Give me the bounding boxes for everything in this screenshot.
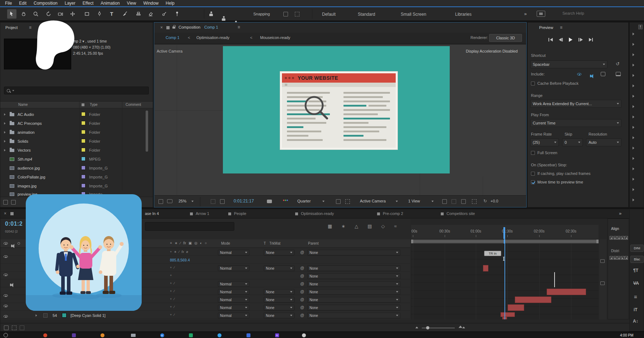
share-screen-icon[interactable]: [616, 72, 621, 76]
taskbar-app-icon[interactable]: [35, 333, 55, 338]
project-row[interactable]: AC Precomps Folder: [0, 119, 153, 127]
track-matte-dropdown[interactable]: None: [264, 313, 294, 318]
parent-dropdown[interactable]: None: [307, 250, 400, 255]
timeline-view-toggles[interactable]: ▦∗ △▤ ◇≈: [328, 224, 397, 229]
pickwhip-icon[interactable]: @: [300, 313, 304, 317]
renderer-button[interactable]: Classic 3D: [489, 34, 522, 42]
parent-dropdown[interactable]: None: [307, 273, 400, 279]
blend-mode-dropdown[interactable]: Normal: [218, 305, 249, 310]
camera-caret-icon[interactable]: [396, 201, 398, 202]
layer-label-chip[interactable]: [43, 313, 48, 318]
workspace-libraries[interactable]: Libraries: [455, 12, 472, 17]
blend-mode-dropdown[interactable]: Normal: [218, 289, 249, 295]
eraser-tool-icon[interactable]: [146, 9, 155, 19]
menu-view[interactable]: View: [123, 1, 140, 6]
label-color-chip[interactable]: [81, 157, 86, 161]
snapshot-icon[interactable]: [158, 199, 163, 204]
resolution-value[interactable]: Quarter: [297, 199, 311, 203]
menu-effect[interactable]: Effect: [79, 1, 97, 6]
caching-checkbox[interactable]: [531, 172, 535, 176]
snap-option-alt-icon[interactable]: [295, 12, 299, 16]
toggle-modes-icon[interactable]: [12, 325, 16, 330]
timeline-clip[interactable]: [508, 304, 524, 311]
label-color-chip[interactable]: [81, 121, 86, 125]
pickwhip-icon[interactable]: @: [300, 289, 304, 294]
character-walk-tool-icon[interactable]: [222, 16, 225, 21]
fast-preview-icon[interactable]: [336, 199, 341, 204]
label-color-chip[interactable]: [81, 148, 86, 152]
workspace-overflow-icon[interactable]: »: [524, 11, 527, 16]
taskbar-app-icon[interactable]: [123, 333, 143, 338]
move-time-checkbox[interactable]: [531, 180, 535, 184]
menu-window[interactable]: Window: [140, 1, 162, 6]
playhead-line[interactable]: [504, 232, 505, 319]
play-from-dropdown[interactable]: Current Time: [530, 119, 621, 127]
preview-panel-menu-icon[interactable]: ≡: [560, 25, 562, 30]
lock-icon[interactable]: [172, 26, 175, 29]
snap-option-icon[interactable]: [283, 12, 288, 16]
workspace-standard[interactable]: Standard: [358, 12, 375, 17]
region-of-interest-icon[interactable]: [211, 199, 215, 204]
reset-exposure-icon[interactable]: ↻: [483, 199, 487, 204]
full-screen-checkbox[interactable]: [531, 151, 535, 155]
panel-alert-icon[interactable]: !: [638, 25, 643, 29]
play-button[interactable]: [569, 38, 572, 42]
preview-tab-label[interactable]: Preview: [539, 25, 553, 30]
timeline-tab-pre-comp-2[interactable]: Pre-comp 2: [383, 211, 403, 216]
layer-name[interactable]: [Deep Cyan Solid 1]: [70, 313, 106, 318]
include-video-icon[interactable]: [577, 73, 581, 75]
pickwhip-icon[interactable]: @: [300, 305, 304, 309]
project-row[interactable]: Vectors Folder: [0, 146, 153, 154]
zoom-in-mountain-icon[interactable]: [459, 325, 462, 328]
blend-mode-dropdown[interactable]: Normal: [218, 297, 249, 303]
timeline-tab-optimisation-ready[interactable]: Optimisation-ready: [301, 211, 334, 216]
taskbar-app-icon[interactable]: [181, 333, 201, 338]
timeline-tab-overflow-icon[interactable]: »: [619, 211, 621, 216]
parent-dropdown[interactable]: None: [307, 313, 400, 318]
composition-panel-menu-icon[interactable]: ≡: [238, 25, 240, 30]
blend-mode-dropdown[interactable]: Normal: [218, 265, 249, 271]
current-timecode[interactable]: 0:01:21:17: [234, 199, 254, 204]
panel-expander-arrows[interactable]: [633, 33, 634, 212]
comp-marker-button[interactable]: [600, 259, 605, 263]
label-color-chip[interactable]: [81, 112, 86, 116]
position-value[interactable]: 885.8,569.4: [170, 258, 190, 262]
collapsed-panel-icon[interactable]: A↕: [633, 319, 638, 324]
work-area-end-handle[interactable]: [596, 240, 599, 243]
timeline-zoom-knob[interactable]: [426, 326, 429, 329]
project-column-comment[interactable]: Comment: [126, 103, 141, 107]
project-search-input[interactable]: [16, 88, 146, 93]
view-camera-value[interactable]: Active Camera: [360, 199, 386, 203]
guides-icon[interactable]: [452, 199, 456, 204]
track-matte-dropdown[interactable]: None: [264, 265, 294, 271]
track-matte-dropdown[interactable]: None: [264, 305, 294, 310]
clone-stamp-tool-icon[interactable]: [134, 9, 143, 19]
last-frame-button[interactable]: [589, 38, 593, 41]
parent-dropdown[interactable]: None: [307, 281, 400, 287]
collapsed-panel-tab[interactable]: DINI: [630, 245, 644, 252]
timeline-tab-competitors-site[interactable]: Competitors site: [447, 211, 475, 216]
hand-tool-icon[interactable]: [19, 9, 28, 19]
reset-shortcut-icon[interactable]: ↺: [616, 61, 620, 67]
resolution-caret-icon[interactable]: [322, 201, 325, 202]
composition-tab-comp-name[interactable]: Comp 1: [204, 25, 218, 29]
taskbar-app-icon[interactable]: [64, 333, 84, 338]
show-snapshot-icon[interactable]: [167, 199, 172, 203]
label-color-chip[interactable]: [81, 183, 86, 188]
frame-rate-dropdown[interactable]: (25): [530, 138, 559, 146]
trkmat-column-label[interactable]: TrkMat: [269, 241, 280, 245]
pixel-aspect-icon[interactable]: [442, 199, 447, 204]
breadcrumb-mouseicon-ready[interactable]: Mouseicon-ready: [260, 35, 290, 40]
zoom-tool-icon[interactable]: [31, 9, 40, 19]
menu-animation[interactable]: Animation: [97, 1, 123, 6]
timeline-clip[interactable]: [547, 289, 586, 295]
rotation-tool-icon[interactable]: [44, 9, 53, 19]
label-color-chip[interactable]: [81, 166, 86, 170]
label-color-chip[interactable]: [81, 139, 86, 143]
project-column-name[interactable]: Name: [18, 103, 28, 107]
type-tool-icon[interactable]: T: [107, 9, 116, 19]
menu-edit[interactable]: Edit: [15, 1, 30, 6]
parent-dropdown[interactable]: None: [307, 265, 400, 271]
menu-layer[interactable]: Layer: [61, 1, 79, 6]
project-row[interactable]: ColorPallate.jpg Importe_G: [0, 173, 153, 181]
